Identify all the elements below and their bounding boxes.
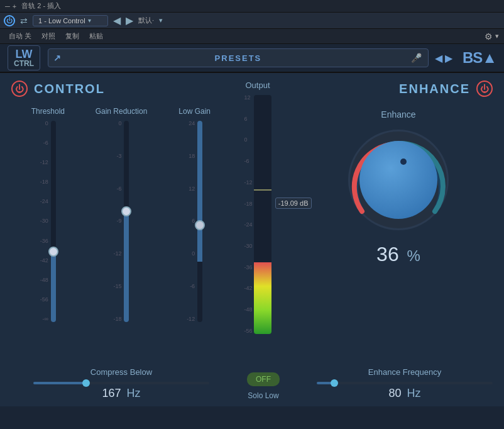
compress-slider-track[interactable] [33, 382, 209, 384]
solo-low-toggle[interactable]: OFF [247, 372, 280, 386]
titlebar-plus[interactable]: + [13, 3, 16, 10]
compress-below-label: Compress Below [90, 367, 152, 377]
sliders-area: Threshold 0 -6 -12 -18 -24 -30 -36 -42 -… [11, 107, 231, 346]
presets-mic-icon[interactable]: 🎤 [411, 53, 423, 63]
enhance-value: 36 % [376, 243, 420, 266]
output-section: Output 12 6 0 -6 -12 -18 -24 -30 -36 -42… [226, 81, 289, 334]
enhance-section: ENHANCE ⏻ Enhance [304, 81, 493, 266]
nav-prev[interactable]: ◀ [435, 52, 442, 64]
enhance-freq-thumb[interactable] [331, 379, 338, 387]
enhance-freq-value: 80 Hz [388, 387, 420, 400]
enhance-freq-slider [317, 382, 493, 384]
topbar: ⏻ ⇄ 1 - Low Control ▾ ◀ ▶ 默认· ▾ [0, 13, 504, 29]
control-section: ⏻ CONTROL Threshold 0 -6 -12 -18 -24 -30… [11, 81, 231, 346]
solo-low-label: Solo Low [248, 391, 278, 400]
plugin-body: ⏻ CONTROL Threshold 0 -6 -12 -18 -24 -30… [0, 73, 504, 406]
compress-hz-value: 167 Hz [102, 387, 140, 400]
low-gain-slider-col: Low Gain 24 18 12 6 0 -6 -12 [167, 107, 223, 346]
low-gain-track[interactable] [197, 121, 202, 322]
output-tick-labels: 12 6 0 -6 -12 -18 -24 -30 -36 -42 -48 -5… [244, 95, 252, 334]
gain-reduction-track[interactable] [124, 121, 129, 322]
gain-reduction-slider-col: Gain Reduction 0 -3 -6 -9 -12 -15 -18 [93, 107, 150, 346]
bottom-section: Compress Below 167 Hz OFF Solo Low Enhan… [11, 367, 493, 400]
enhance-title: ENHANCE [399, 82, 470, 96]
enhance-power-btn[interactable]: ⏻ [476, 81, 493, 97]
enhance-freq-track[interactable] [317, 382, 493, 384]
output-meter-wrapper: 12 6 0 -6 -12 -18 -24 -30 -36 -42 -48 -5… [226, 95, 289, 334]
presets-export-icon[interactable]: ↗ [53, 53, 62, 63]
compress-below-area: Compress Below 167 Hz [11, 367, 231, 400]
gain-reduction-track-container: 0 -3 -6 -9 -12 -15 -18 [113, 121, 129, 322]
toolbar: 自动 关 对照 复制 粘贴 ⚙ ▾ [0, 29, 504, 44]
arrow-right[interactable]: ▶ [126, 14, 133, 26]
low-gain-label: Low Gain [178, 107, 211, 116]
low-gain-track-container: 24 18 12 6 0 -6 -12 [187, 121, 202, 322]
bsa-logo: BS▲ [463, 49, 496, 67]
gain-reduction-ticks: 0 -3 -6 -9 -12 -15 -18 [113, 121, 124, 322]
enhance-knob[interactable] [348, 130, 449, 230]
gain-reduction-label: Gain Reduction [96, 107, 148, 116]
presets-label: PRESETS [215, 53, 262, 63]
preset-selector[interactable]: 1 - Low Control ▾ [33, 15, 108, 26]
output-peak-line [254, 189, 271, 191]
arrow-left[interactable]: ◀ [113, 14, 121, 26]
plugin-header: LW CTRL ↗ PRESETS 🎤 ◀ ▶ BS▲ [0, 44, 504, 73]
toolbar-dropdown[interactable]: ▾ [495, 32, 499, 40]
compress-slider-thumb[interactable] [82, 379, 90, 387]
threshold-slider-col: Threshold 0 -6 -12 -18 -24 -30 -36 -42 -… [19, 107, 76, 346]
toolbar-compare[interactable]: 对照 [38, 30, 59, 42]
preset-dropdown-icon[interactable]: ▾ [88, 17, 91, 24]
control-title: CONTROL [34, 82, 105, 96]
nav-next[interactable]: ▶ [445, 52, 452, 64]
bsa-text: BS▲ [463, 49, 496, 66]
enhance-label: Enhance [381, 109, 415, 120]
toolbar-copy[interactable]: 复制 [62, 30, 83, 42]
power-toggle[interactable]: ⏻ [4, 15, 15, 26]
enhance-knob-area: Enhance [304, 109, 493, 266]
output-meter-fill [254, 262, 271, 334]
control-power-btn[interactable]: ⏻ [11, 81, 28, 97]
enhance-freq-label: Enhance Frequency [368, 367, 441, 377]
output-meter-bg [254, 95, 271, 334]
compress-hz-slider [33, 382, 209, 384]
solo-low-area: OFF Solo Low [247, 372, 280, 400]
titlebar: ─ + 音轨 2 - 插入 [0, 0, 504, 13]
sync-icon[interactable]: ⇄ [20, 16, 28, 26]
default-label: 默认· [138, 16, 154, 25]
toolbar-auto[interactable]: 自动 关 [5, 30, 35, 42]
compress-slider-fill [33, 382, 86, 384]
knob-main[interactable] [359, 141, 437, 219]
nav-arrows: ◀ ▶ [435, 52, 452, 64]
knob-indicator-dot [400, 159, 407, 165]
threshold-ticks: 0 -6 -12 -18 -24 -30 -36 -42 -48 -56 -∞ [40, 121, 51, 322]
output-meter-bar: -19.09 dB [254, 95, 271, 334]
dropdown-arrow[interactable]: ▾ [159, 16, 163, 25]
gear-icon[interactable]: ⚙ [485, 31, 493, 42]
titlebar-app-name: 音轨 2 - 插入 [21, 1, 61, 11]
preset-name: 1 - Low Control [38, 17, 85, 25]
threshold-label: Threshold [31, 107, 65, 116]
toolbar-paste[interactable]: 粘贴 [85, 30, 107, 42]
titlebar-minus[interactable]: ─ [5, 3, 10, 10]
control-header: ⏻ CONTROL [11, 81, 231, 97]
enhance-frequency-area: Enhance Frequency 80 Hz [317, 367, 493, 400]
logo-lw: LW CTRL [8, 45, 40, 70]
threshold-track[interactable] [51, 121, 56, 322]
presets-bar[interactable]: ↗ PRESETS 🎤 [48, 48, 429, 67]
enhance-header: ENHANCE ⏻ [304, 81, 493, 97]
output-label: Output [226, 81, 289, 90]
threshold-track-container: 0 -6 -12 -18 -24 -30 -36 -42 -48 -56 -∞ [40, 121, 56, 322]
